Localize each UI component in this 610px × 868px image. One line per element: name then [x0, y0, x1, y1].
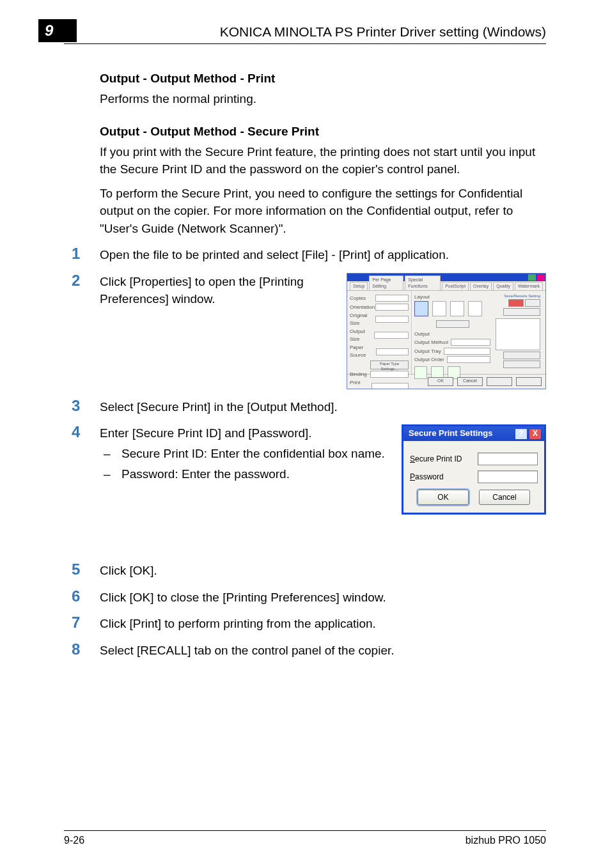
section2-title: Output - Output Method - Secure Print [100, 123, 546, 141]
page-title: KONICA MINOLTA PS Printer Driver setting… [64, 24, 546, 44]
prefs-help-button[interactable] [516, 377, 542, 386]
footer-page-number: 9-26 [64, 835, 84, 846]
dialog-title: Secure Print Settings [409, 428, 492, 440]
section1-title: Output - Output Method - Print [100, 70, 546, 88]
dash-bullet: – [100, 445, 121, 463]
prefs-ok-button[interactable]: OK [428, 377, 453, 386]
step-4-sub2: Password: Enter the password. [121, 465, 290, 483]
dialog-help-button[interactable]: ? [515, 428, 528, 440]
step-3-number: 3 [72, 398, 100, 414]
step-8-text: Select [RECALL] tab on the control panel… [100, 642, 546, 660]
secure-print-settings-dialog: Secure Print Settings ? X Secure Print I… [402, 424, 546, 515]
footer-product-name: bizhub PRO 1050 [465, 835, 546, 846]
step-1-text: Open the file to be printed and select [… [100, 246, 546, 264]
chapter-number-badge: 9 [38, 19, 77, 42]
step-1-number: 1 [72, 246, 100, 261]
printing-preferences-screenshot: SetupPer Page SettingSpecial FunctionsPo… [347, 273, 546, 389]
step-5-text: Click [OK]. [100, 562, 546, 580]
step-7-text: Click [Print] to perform printing from t… [100, 615, 546, 633]
dialog-cancel-button[interactable]: Cancel [479, 490, 530, 505]
step-6-text: Click [OK] to close the [Printing Prefer… [100, 589, 546, 607]
step-2-text: Click [Properties] to open the [Printing… [100, 273, 341, 389]
prefs-apply-button[interactable] [487, 377, 512, 386]
section1-para: Performs the normal printing. [100, 90, 546, 108]
section2-para1: If you print with the Secure Print featu… [100, 143, 546, 178]
section2-para2: To perform the Secure Print, you need to… [100, 185, 546, 238]
step-4-number: 4 [72, 424, 100, 440]
step-4-sub1: Secure Print ID: Enter the confidential … [121, 445, 385, 463]
password-input[interactable] [478, 470, 538, 483]
step-4-text: Enter [Secure Print ID] and [Password]. [100, 424, 396, 442]
step-7-number: 7 [72, 615, 100, 630]
password-label: Password [410, 472, 444, 483]
prefs-cancel-button[interactable]: Cancel [457, 377, 483, 386]
dialog-close-button[interactable]: X [529, 428, 542, 440]
step-6-number: 6 [72, 589, 100, 604]
dialog-ok-button[interactable]: OK [418, 490, 469, 505]
step-5-number: 5 [72, 562, 100, 577]
dash-bullet: – [100, 465, 121, 483]
step-8-number: 8 [72, 642, 100, 657]
secure-print-id-input[interactable] [478, 453, 538, 465]
step-3-text: Select [Secure Print] in the [Output Met… [100, 398, 546, 416]
step-2-number: 2 [72, 273, 100, 288]
secure-print-id-label: Secure Print ID [410, 454, 462, 465]
